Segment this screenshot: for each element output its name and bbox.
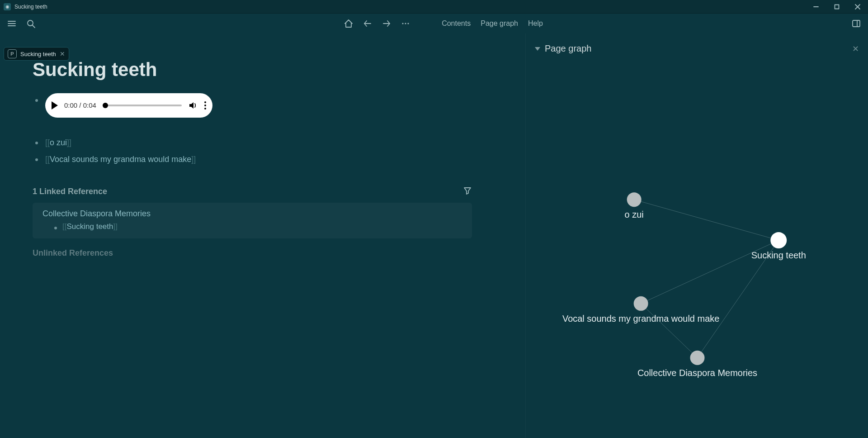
- svg-point-20: [627, 192, 642, 207]
- graph-node[interactable]: o zui: [625, 192, 644, 219]
- svg-text:Vocal sounds my grandma would : Vocal sounds my grandma would make: [562, 314, 719, 324]
- svg-text:Sucking teeth: Sucking teeth: [751, 250, 806, 260]
- svg-line-16: [634, 200, 779, 240]
- linked-references-heading[interactable]: 1 Linked Reference: [33, 186, 472, 197]
- more-icon[interactable]: [400, 18, 411, 29]
- ref-item[interactable]: [[Sucking teeth]]: [52, 222, 462, 231]
- svg-rect-1: [835, 5, 839, 9]
- svg-point-11: [402, 23, 404, 24]
- help-button[interactable]: Help: [527, 18, 544, 29]
- panel-title: Page graph: [545, 43, 591, 54]
- main-content: Sucking teeth 0:00 / 0:04: [0, 33, 525, 438]
- panel-header[interactable]: Page graph ✕: [526, 33, 868, 57]
- svg-point-24: [634, 296, 648, 311]
- graph-node[interactable]: Vocal sounds my grandma would make: [562, 296, 719, 324]
- page-graph-button[interactable]: Page graph: [480, 18, 519, 29]
- block-link[interactable]: [[Vocal sounds my grandma would make]]: [33, 152, 472, 167]
- unlinked-references-heading[interactable]: Unlinked References: [33, 248, 472, 258]
- audio-player[interactable]: 0:00 / 0:04: [45, 93, 212, 118]
- window-title: Sucking teeth: [14, 4, 47, 10]
- window-minimize-button[interactable]: [806, 0, 826, 14]
- volume-icon[interactable]: [188, 100, 198, 110]
- linked-reference-card[interactable]: Collective Diaspora Memories[[Sucking te…: [33, 203, 472, 238]
- page-title: Sucking teeth: [33, 59, 472, 81]
- svg-line-8: [33, 25, 35, 28]
- close-panel-icon[interactable]: ✕: [852, 44, 859, 54]
- play-icon[interactable]: [52, 101, 58, 110]
- window-close-button[interactable]: [847, 0, 868, 14]
- titlebar: ◉ Sucking teeth: [0, 0, 868, 14]
- svg-point-26: [690, 351, 705, 365]
- svg-text:Collective Diaspora Memories: Collective Diaspora Memories: [637, 368, 757, 378]
- home-icon[interactable]: [343, 18, 354, 29]
- app-icon: ◉: [4, 3, 11, 10]
- collapse-triangle-icon[interactable]: [535, 47, 540, 51]
- block-audio: 0:00 / 0:04: [33, 93, 472, 118]
- audio-more-icon[interactable]: [204, 101, 206, 110]
- toolbar: Contents Page graph Help: [0, 14, 868, 33]
- svg-point-12: [405, 23, 406, 24]
- right-sidebar-toggle-icon[interactable]: [851, 18, 862, 29]
- filter-icon[interactable]: [463, 186, 472, 197]
- hamburger-menu-icon[interactable]: [6, 18, 17, 29]
- graph-node[interactable]: Collective Diaspora Memories: [637, 351, 757, 378]
- right-sidebar: Page graph ✕ o zuiSucking teethVocal sou…: [525, 33, 868, 438]
- window-maximize-button[interactable]: [826, 0, 847, 14]
- search-icon[interactable]: [25, 18, 36, 29]
- svg-point-13: [408, 23, 409, 24]
- audio-time: 0:00 / 0:04: [64, 100, 96, 111]
- graph-node[interactable]: Sucking teeth: [751, 232, 806, 260]
- svg-point-7: [28, 20, 33, 26]
- svg-point-22: [770, 232, 787, 248]
- svg-line-19: [641, 304, 698, 358]
- page-graph-canvas[interactable]: o zuiSucking teethVocal sounds my grandm…: [526, 65, 868, 438]
- audio-track[interactable]: [103, 105, 182, 106]
- contents-button[interactable]: Contents: [441, 18, 472, 29]
- ref-source-title[interactable]: Collective Diaspora Memories: [42, 209, 462, 219]
- forward-arrow-icon[interactable]: [381, 18, 392, 29]
- svg-rect-14: [853, 20, 860, 27]
- block-link[interactable]: [[o zui]]: [33, 136, 472, 150]
- back-arrow-icon[interactable]: [362, 18, 373, 29]
- svg-text:o zui: o zui: [625, 209, 644, 219]
